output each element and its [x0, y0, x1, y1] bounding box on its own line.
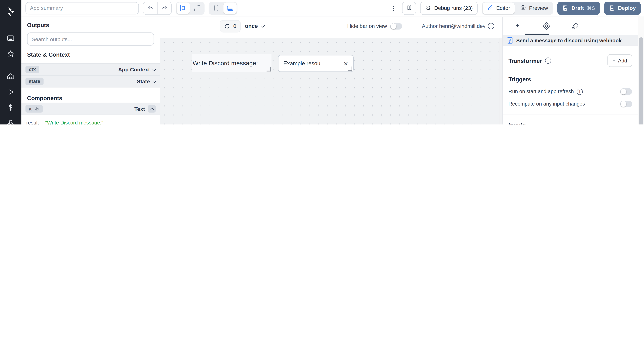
- transformer-title: Transformer: [508, 57, 542, 64]
- triggers-title: Triggers: [508, 76, 632, 82]
- styling-brush-tab[interactable]: [569, 20, 581, 32]
- refresh-count-button[interactable]: 0: [220, 20, 241, 32]
- output-row-state[interactable]: state State: [21, 75, 160, 88]
- device-toggle-group: [209, 2, 238, 14]
- refresh-icon: [224, 23, 230, 29]
- redo-button[interactable]: [157, 2, 171, 14]
- output-row-ctx[interactable]: ctx App Context: [21, 63, 160, 76]
- clear-selection-icon[interactable]: ✕: [344, 60, 348, 67]
- inputs-title: Inputs: [508, 122, 632, 124]
- author-info: Author henri@windmill.dev i: [422, 23, 494, 29]
- save-icon: [609, 5, 615, 11]
- pencil-icon: [487, 4, 493, 12]
- selected-runnable-header: f Send a message to discord using webhoo…: [503, 35, 638, 46]
- kebab-menu-icon[interactable]: ⋮: [389, 4, 398, 12]
- deploy-button[interactable]: Deploy: [604, 2, 641, 14]
- center-align-icon[interactable]: [177, 2, 190, 14]
- hide-bar-on-view: Hide bar on view: [347, 23, 402, 29]
- component-row-a[interactable]: a Text: [21, 103, 160, 115]
- run-on-start-toggle[interactable]: [620, 88, 632, 95]
- rail-divider: [0, 65, 21, 65]
- docs-book-icon[interactable]: [402, 2, 416, 14]
- outputs-panel: Outputs State & Context ctx App Context …: [21, 17, 160, 124]
- variables-icon[interactable]: [4, 100, 18, 115]
- canvas-scrollbar[interactable]: [499, 38, 502, 124]
- recompute-on-change-toggle[interactable]: [620, 100, 632, 107]
- tab-preview[interactable]: Preview: [516, 2, 552, 14]
- home-icon[interactable]: [4, 70, 18, 84]
- eye-icon: [520, 4, 526, 12]
- paintbrush-icon: [571, 22, 579, 30]
- app-summary-input[interactable]: [26, 2, 139, 14]
- components-title: Components: [27, 95, 154, 101]
- favorites-star-icon[interactable]: [4, 47, 18, 61]
- fullscreen-icon[interactable]: [190, 2, 204, 14]
- left-nav-rail: [0, 0, 21, 124]
- resources-icon[interactable]: [4, 116, 18, 124]
- windmill-logo-icon[interactable]: [4, 5, 18, 19]
- active-tab-underline: [525, 34, 549, 35]
- windmill-app-editor: ⋮ Debug runs (23) Editor Preview Draft⌘S…: [0, 0, 644, 124]
- app-canvas[interactable]: Write Discord message: Example resou... …: [160, 38, 499, 124]
- search-outputs-input[interactable]: [27, 32, 154, 46]
- top-toolbar: ⋮ Debug runs (23) Editor Preview Draft⌘S…: [21, 0, 644, 16]
- editor-preview-tabs: Editor Preview: [482, 2, 553, 14]
- component-a-props: result:"Write Discord message:" loading:…: [21, 115, 160, 124]
- insert-component-tab[interactable]: +: [512, 20, 523, 32]
- info-icon[interactable]: i: [488, 23, 494, 29]
- hand-pointer-icon: [34, 106, 39, 112]
- divider: [503, 115, 638, 115]
- undo-button[interactable]: [144, 2, 158, 14]
- info-icon[interactable]: i: [545, 58, 551, 64]
- function-icon: f: [507, 38, 513, 44]
- component-settings-panel: + f Send a message to discord using webh…: [502, 17, 638, 124]
- scrollbar-thumb[interactable]: [639, 38, 643, 124]
- canvas-region: 0 once Hide bar on view Author henri@win…: [160, 17, 502, 124]
- debug-runs-button[interactable]: Debug runs (23): [420, 2, 478, 14]
- app-switcher-icon[interactable]: [4, 31, 18, 45]
- runs-icon[interactable]: [4, 85, 18, 99]
- mobile-view-icon[interactable]: [210, 2, 222, 14]
- settings-tabs: +: [503, 17, 638, 35]
- text-component[interactable]: Write Discord message:: [192, 54, 272, 72]
- component-settings-tab[interactable]: [540, 20, 552, 32]
- info-icon[interactable]: i: [577, 88, 583, 95]
- canvas-align-group: [176, 2, 204, 14]
- undo-redo-group: [143, 2, 172, 14]
- add-transformer-button[interactable]: +Add: [608, 54, 632, 67]
- components-diamonds-icon: [542, 22, 550, 30]
- chevron-down-icon: [152, 79, 156, 83]
- chevron-down-icon: [152, 67, 156, 71]
- collapse-icon[interactable]: [148, 105, 156, 112]
- canvas-toolbar: 0 once Hide bar on view Author henri@win…: [160, 17, 502, 35]
- resource-select-component[interactable]: Example resou... ✕: [278, 55, 354, 72]
- page-scrollbar[interactable]: [638, 17, 644, 124]
- chevron-down-icon: [260, 24, 264, 28]
- outputs-title: Outputs: [27, 22, 154, 28]
- state-context-title: State & Context: [27, 51, 154, 58]
- draft-save-button[interactable]: Draft⌘S: [558, 2, 600, 14]
- tab-editor[interactable]: Editor: [482, 2, 514, 14]
- save-icon: [562, 5, 568, 11]
- schedule-dropdown[interactable]: once: [245, 23, 264, 29]
- bug-icon: [425, 5, 431, 11]
- hide-bar-toggle[interactable]: [390, 23, 402, 29]
- desktop-view-icon[interactable]: [224, 2, 236, 14]
